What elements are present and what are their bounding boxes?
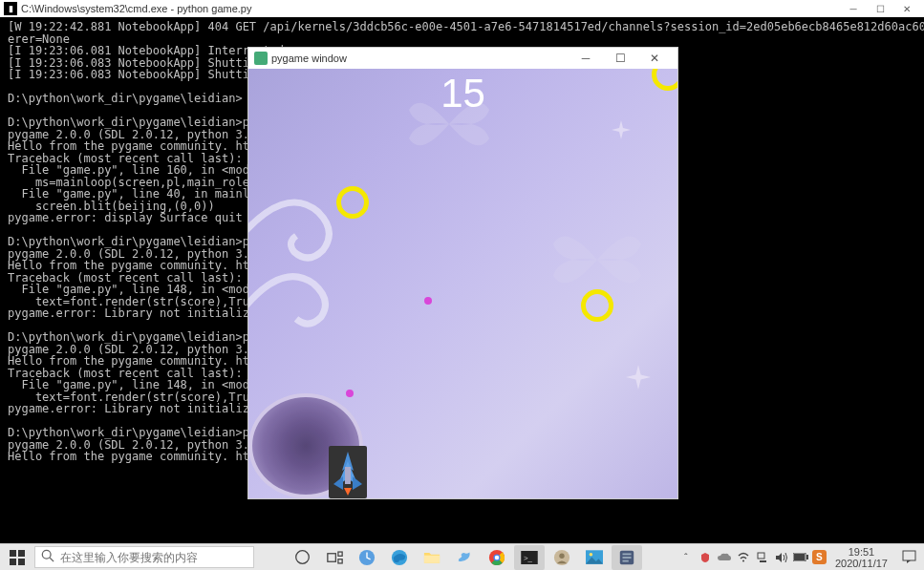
taskbar-apps: >_ <box>283 544 646 570</box>
edge-icon[interactable] <box>384 545 415 570</box>
svg-rect-10 <box>337 559 341 562</box>
svg-rect-28 <box>623 559 629 561</box>
tray-ime-icon[interactable]: S <box>812 550 827 565</box>
taskbar-search[interactable] <box>34 546 254 568</box>
cmd-taskbar-icon[interactable]: >_ <box>514 545 545 570</box>
tray-security-icon[interactable] <box>698 550 713 565</box>
clock-app-icon[interactable] <box>352 545 382 570</box>
cortana-icon[interactable] <box>287 545 317 570</box>
taskbar: >_ ˆ S 19:51 2020/11/17 <box>0 543 924 570</box>
tray-network-icon[interactable] <box>755 550 770 565</box>
star-deco <box>626 365 651 393</box>
svg-rect-0 <box>345 467 351 484</box>
svg-rect-37 <box>903 551 915 560</box>
player-ship <box>329 446 367 498</box>
svg-rect-30 <box>758 553 764 559</box>
clock-time: 19:51 <box>835 546 888 558</box>
pygame-max-button[interactable]: ☐ <box>603 48 637 69</box>
svg-point-24 <box>590 553 593 557</box>
pygame-close-button[interactable]: ✕ <box>637 48 672 69</box>
svg-rect-33 <box>794 554 805 560</box>
svg-rect-31 <box>760 560 766 562</box>
clock-date: 2020/11/17 <box>835 558 888 569</box>
svg-point-29 <box>742 560 744 562</box>
explorer-icon[interactable] <box>417 545 447 570</box>
start-button[interactable] <box>0 544 34 570</box>
enemy-circle <box>581 289 613 322</box>
photos-icon[interactable] <box>579 545 610 570</box>
cmd-window-controls: ─ ☐ ✕ <box>840 1 920 16</box>
game-score: 15 <box>441 71 485 116</box>
pygame-title: pygame window <box>271 53 569 64</box>
windows-icon <box>10 550 25 565</box>
chrome-icon[interactable] <box>482 545 512 570</box>
star-deco <box>612 120 631 143</box>
svg-text:>_: >_ <box>524 553 533 561</box>
notification-center-icon[interactable] <box>899 548 918 567</box>
tray-wifi-icon[interactable] <box>736 550 751 565</box>
svg-rect-8 <box>327 553 335 561</box>
cmd-max-button[interactable]: ☐ <box>867 1 893 16</box>
tray-onedrive-icon[interactable] <box>717 550 732 565</box>
svg-rect-9 <box>337 552 341 556</box>
search-input[interactable] <box>60 551 247 564</box>
search-icon <box>41 549 54 565</box>
cmd-icon: ▮ <box>4 2 17 15</box>
svg-rect-26 <box>623 553 632 555</box>
enemy-circle <box>336 186 369 219</box>
pygame-min-button[interactable]: ─ <box>569 48 603 69</box>
pygame-window-controls: ─ ☐ ✕ <box>569 48 672 69</box>
svg-point-7 <box>295 551 309 564</box>
svg-rect-4 <box>18 559 25 565</box>
bullet <box>346 390 354 397</box>
svg-rect-3 <box>10 559 16 565</box>
tray-chevron-icon[interactable]: ˆ <box>678 550 694 565</box>
svg-rect-27 <box>623 557 632 559</box>
svg-rect-34 <box>806 555 808 559</box>
svg-rect-2 <box>18 550 25 557</box>
pygame-icon <box>254 52 268 65</box>
svg-point-5 <box>42 550 51 559</box>
enemy-circle <box>652 69 677 91</box>
pygame-titlebar[interactable]: pygame window ─ ☐ ✕ <box>248 48 677 69</box>
svg-point-18 <box>495 555 500 559</box>
bullet <box>424 297 432 305</box>
svg-text:S: S <box>816 552 823 562</box>
cmd-min-button[interactable]: ─ <box>840 1 867 16</box>
svg-line-6 <box>50 558 54 561</box>
bird-app-icon[interactable] <box>449 545 480 570</box>
tray-battery-icon[interactable] <box>793 550 808 565</box>
tray-volume-icon[interactable] <box>774 550 789 565</box>
taskbar-clock[interactable]: 19:51 2020/11/17 <box>831 546 892 569</box>
editor-app-icon[interactable] <box>612 545 642 570</box>
task-view-icon[interactable] <box>319 545 350 570</box>
svg-rect-13 <box>424 556 440 563</box>
pygame-canvas[interactable]: 15 <box>248 69 677 498</box>
cmd-titlebar[interactable]: ▮ C:\Windows\system32\cmd.exe - python g… <box>0 0 924 17</box>
system-tray: ˆ S 19:51 2020/11/17 <box>673 544 924 570</box>
user-app-icon[interactable] <box>547 545 577 570</box>
cmd-close-button[interactable]: ✕ <box>893 1 920 16</box>
svg-point-22 <box>559 553 564 558</box>
pygame-window: pygame window ─ ☐ ✕ 15 <box>247 47 678 499</box>
svg-rect-1 <box>10 550 16 557</box>
cmd-title: C:\Windows\system32\cmd.exe - python gam… <box>21 3 840 14</box>
